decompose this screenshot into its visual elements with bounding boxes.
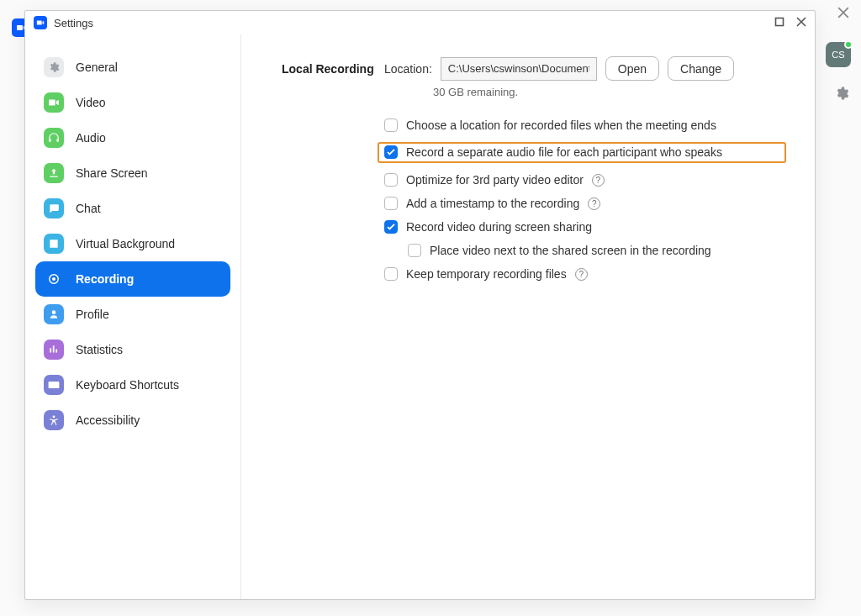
checkbox-add-timestamp[interactable] <box>384 197 398 210</box>
sidebar-item-profile[interactable]: Profile <box>35 297 230 332</box>
settings-gear-icon[interactable] <box>834 86 849 104</box>
checkbox-optimize-3rd-party[interactable] <box>384 173 398 187</box>
option-place-next-to-share: Place video next to the shared screen in… <box>408 244 786 257</box>
sidebar-item-label: Audio <box>76 131 106 145</box>
settings-sidebar: General Video Audio Share Screen Chat Vi… <box>25 34 241 599</box>
sidebar-item-label: Virtual Background <box>76 237 175 250</box>
checkbox-keep-temp[interactable] <box>384 267 398 281</box>
svg-rect-0 <box>776 18 784 25</box>
option-label: Record a separate audio file for each pa… <box>406 145 722 159</box>
sidebar-item-label: Accessibility <box>76 413 140 427</box>
sidebar-item-general[interactable]: General <box>35 50 230 85</box>
sidebar-item-statistics[interactable]: Statistics <box>35 332 230 367</box>
recording-options: Choose a location for recorded files whe… <box>384 118 786 281</box>
option-label: Keep temporary recording files <box>406 267 567 281</box>
option-keep-temp: Keep temporary recording files ? <box>384 267 786 281</box>
option-separate-audio: Record a separate audio file for each pa… <box>384 145 779 159</box>
image-icon <box>44 234 64 254</box>
titlebar: Settings <box>25 11 815 34</box>
svg-rect-4 <box>50 383 50 384</box>
help-icon[interactable]: ? <box>592 174 605 187</box>
option-label: Choose a location for recorded files whe… <box>406 118 716 132</box>
svg-point-2 <box>52 277 55 281</box>
dialog-title: Settings <box>54 17 93 29</box>
sidebar-item-label: Profile <box>76 308 109 321</box>
svg-rect-5 <box>52 383 53 384</box>
option-record-during-share: Record video during screen sharing <box>384 220 786 234</box>
sidebar-item-accessibility[interactable]: Accessibility <box>35 403 230 438</box>
option-label: Optimize for 3rd party video editor <box>406 173 584 187</box>
keyboard-icon <box>44 375 64 395</box>
sidebar-item-label: Statistics <box>76 343 123 356</box>
sidebar-item-label: Share Screen <box>76 166 148 180</box>
sidebar-item-video[interactable]: Video <box>35 85 230 120</box>
svg-rect-6 <box>54 383 55 384</box>
option-label: Record video during screen sharing <box>406 220 592 234</box>
user-icon <box>44 304 64 324</box>
record-icon <box>44 269 64 289</box>
storage-remaining: 30 GB remaining. <box>433 86 786 98</box>
section-title: Local Recording <box>282 62 376 76</box>
app-window-close-icon[interactable] <box>837 7 849 22</box>
settings-dialog: Settings General Video Audio Share Scree… <box>24 10 816 600</box>
video-icon <box>44 92 64 113</box>
checkbox-place-next-to-share[interactable] <box>408 244 421 257</box>
avatar[interactable]: CS <box>826 42 851 67</box>
change-location-button[interactable]: Change <box>668 56 734 81</box>
option-optimize-3rd-party: Optimize for 3rd party video editor ? <box>384 173 786 187</box>
svg-rect-7 <box>55 383 56 384</box>
sidebar-item-keyboard-shortcuts[interactable]: Keyboard Shortcuts <box>35 367 230 403</box>
option-label: Place video next to the shared screen in… <box>430 244 711 257</box>
location-input[interactable] <box>441 57 597 81</box>
option-label: Add a timestamp to the recording <box>406 197 579 210</box>
sidebar-item-share-screen[interactable]: Share Screen <box>35 155 230 191</box>
svg-rect-3 <box>49 382 60 388</box>
settings-content: Local Recording Location: Open Change 30… <box>241 34 815 599</box>
presence-indicator-icon <box>844 40 853 49</box>
sidebar-item-recording[interactable]: Recording <box>35 261 230 297</box>
sidebar-item-label: Recording <box>76 272 134 286</box>
checkbox-record-during-share[interactable] <box>384 220 398 234</box>
option-add-timestamp: Add a timestamp to the recording ? <box>384 197 786 210</box>
chat-icon <box>44 198 64 218</box>
location-label: Location: <box>384 62 432 76</box>
accessibility-icon <box>44 410 64 430</box>
open-location-button[interactable]: Open <box>605 56 659 81</box>
dialog-maximize-icon[interactable] <box>774 17 784 29</box>
gear-icon <box>44 57 64 77</box>
stats-icon <box>44 340 64 360</box>
checkbox-separate-audio[interactable] <box>384 145 398 159</box>
sidebar-item-label: General <box>76 61 118 74</box>
sidebar-item-virtual-background[interactable]: Virtual Background <box>35 226 230 261</box>
zoom-logo-icon <box>34 16 47 29</box>
share-icon <box>44 163 64 183</box>
help-icon[interactable]: ? <box>588 197 600 210</box>
sidebar-item-label: Video <box>76 96 106 109</box>
sidebar-item-chat[interactable]: Chat <box>35 191 230 226</box>
option-choose-location-end: Choose a location for recorded files whe… <box>384 118 786 132</box>
sidebar-item-label: Chat <box>76 202 101 215</box>
svg-point-9 <box>53 415 55 418</box>
svg-rect-8 <box>51 386 57 387</box>
sidebar-item-audio[interactable]: Audio <box>35 120 230 155</box>
headphones-icon <box>44 128 64 148</box>
help-icon[interactable]: ? <box>575 268 588 281</box>
avatar-initials: CS <box>832 50 844 60</box>
dialog-close-icon[interactable] <box>796 17 806 29</box>
sidebar-item-label: Keyboard Shortcuts <box>76 378 179 392</box>
checkbox-choose-location-end[interactable] <box>384 118 398 132</box>
